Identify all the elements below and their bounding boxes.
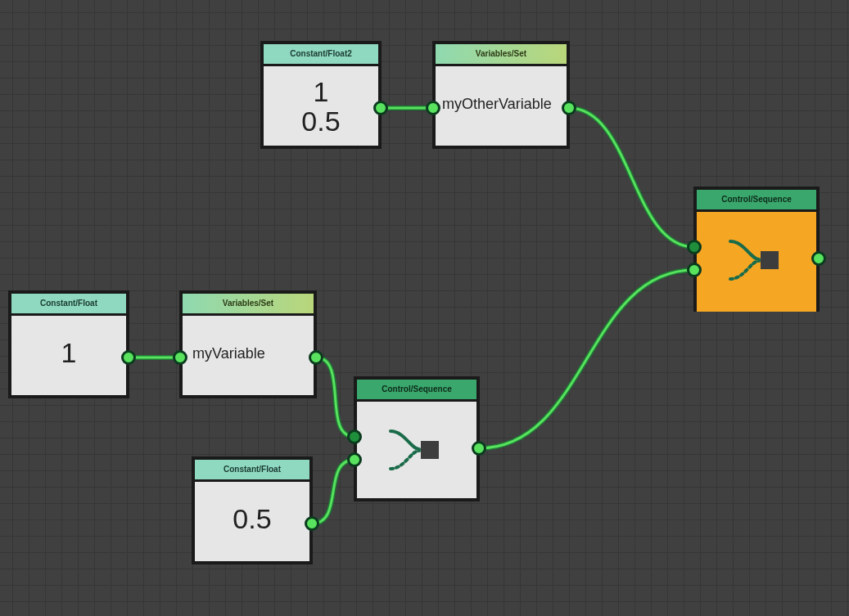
graph-canvas[interactable]: Constant/Float2 1 0.5 Variables/Set myOt… (0, 0, 849, 616)
node-title: Variables/Set (436, 44, 567, 66)
node-title: Constant/Float (195, 460, 309, 482)
value: 1 (61, 337, 77, 368)
output-port[interactable] (472, 441, 486, 456)
output-port[interactable] (121, 350, 136, 365)
node-title: Constant/Float (11, 294, 126, 316)
wire[interactable] (569, 108, 694, 247)
node-title: Variables/Set (183, 294, 314, 316)
output-port[interactable] (309, 350, 323, 365)
node-control-sequence-mid[interactable]: Control/Sequence (354, 376, 480, 501)
wire[interactable] (312, 460, 355, 524)
node-variables-set-mid[interactable]: Variables/Set myVariable (179, 290, 317, 398)
node-title: Control/Sequence (357, 380, 476, 402)
node-constant-float-05[interactable]: Constant/Float 0.5 (192, 456, 313, 564)
input-port-1[interactable] (347, 429, 362, 444)
value: 0.5 (233, 503, 271, 534)
value-a: 1 (314, 76, 329, 107)
sequence-icon (388, 426, 445, 475)
output-port[interactable] (305, 516, 319, 531)
node-constant-float2[interactable]: Constant/Float2 1 0.5 (260, 41, 382, 149)
input-port[interactable] (173, 350, 187, 365)
input-port-2[interactable] (347, 452, 362, 467)
variable-name: myOtherVariable (442, 96, 552, 113)
node-control-sequence-right[interactable]: Control/Sequence (693, 187, 820, 312)
node-variables-set-top[interactable]: Variables/Set myOtherVariable (432, 41, 570, 149)
sequence-icon (728, 236, 785, 286)
input-port-1[interactable] (687, 240, 702, 254)
output-port[interactable] (373, 101, 388, 115)
node-constant-float-1[interactable]: Constant/Float 1 (8, 290, 129, 398)
wire[interactable] (479, 270, 694, 448)
variable-name: myVariable (192, 345, 265, 362)
input-port[interactable] (426, 101, 440, 115)
value-b: 0.5 (301, 106, 340, 137)
input-port-2[interactable] (687, 263, 702, 277)
output-port[interactable] (562, 101, 576, 115)
wire[interactable] (316, 357, 355, 437)
output-port[interactable] (811, 251, 826, 266)
node-title: Constant/Float2 (264, 44, 378, 66)
node-title: Control/Sequence (697, 190, 816, 212)
